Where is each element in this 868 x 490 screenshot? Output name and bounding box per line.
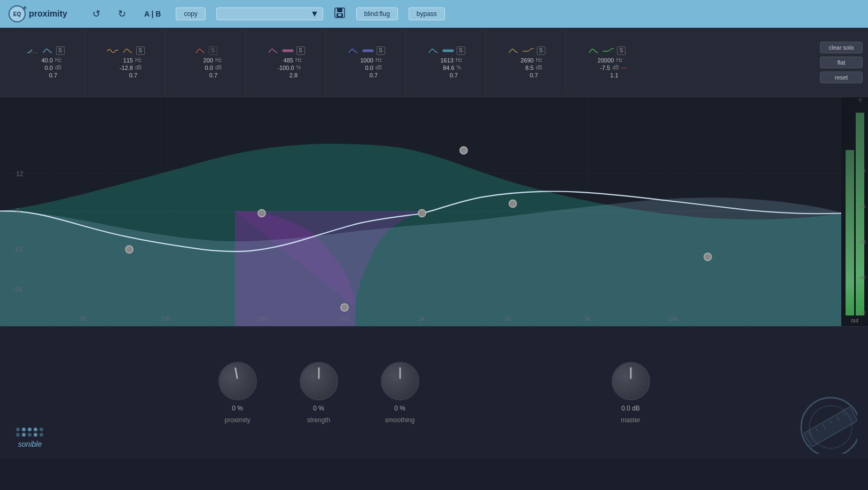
band-6-freq: Hz — [429, 57, 462, 64]
logo-area: EQ proximity — [9, 5, 67, 22]
vu-db-24: -24 — [859, 239, 866, 244]
band-8-q-input[interactable] — [595, 72, 619, 78]
band-5-freq-unit: Hz — [376, 57, 382, 63]
band-2-handle[interactable] — [126, 246, 133, 253]
proximity-knob[interactable] — [215, 359, 260, 403]
band-8-solo[interactable]: S — [617, 46, 625, 55]
band-3-q — [193, 72, 217, 78]
band-8-gain-input[interactable] — [586, 65, 610, 71]
band-1-q-input[interactable] — [33, 72, 57, 78]
svg-rect-6 — [442, 49, 453, 52]
smoothing-knob[interactable] — [381, 362, 419, 400]
svg-rect-5 — [362, 49, 373, 52]
vu-db-18: -18 — [859, 204, 866, 209]
band-1-freq-input[interactable] — [29, 57, 53, 64]
band-8-indicator: — — [621, 65, 627, 70]
band-3-q-input[interactable] — [193, 72, 217, 78]
band-5-gain-input[interactable] — [349, 65, 373, 71]
svg-rect-1 — [337, 8, 342, 12]
band-3: S Hz dB — [166, 28, 246, 97]
band-4-q-input[interactable] — [273, 72, 298, 78]
save-button[interactable] — [334, 7, 346, 21]
band-4-q — [273, 72, 298, 78]
band-5-solo[interactable]: S — [377, 46, 385, 55]
eq-curve[interactable]: 12 0 -12 -24 50 100 200 500 1k 2k 5k 10k — [0, 97, 841, 326]
band-1-gain: dB — [29, 65, 61, 71]
band-7-freq-input[interactable] — [510, 57, 534, 64]
band-6-freq-unit: Hz — [456, 57, 462, 63]
band-8-handle[interactable] — [704, 253, 711, 260]
band-6-freq-input[interactable] — [429, 57, 453, 64]
band-7-freq-unit: Hz — [536, 57, 542, 63]
reset-button[interactable]: reset — [820, 72, 863, 83]
band-5-icons: S — [347, 46, 385, 55]
band-icon-5b — [362, 46, 374, 55]
bell-icon-8a — [587, 46, 600, 55]
redo-button[interactable]: ↻ — [114, 6, 129, 21]
band-7-icons: S — [507, 46, 545, 55]
vu-bar-left[interactable] — [846, 150, 854, 315]
band-6-q-input[interactable] — [434, 72, 458, 78]
band-7-q-input[interactable] — [514, 72, 538, 78]
app-logo: EQ — [9, 5, 26, 22]
band-1-gain-input[interactable] — [29, 65, 53, 71]
dot-1 — [16, 428, 20, 431]
smoothing-label: smoothing — [385, 416, 415, 424]
band-2-freq-input[interactable] — [109, 57, 133, 64]
band-4-handle[interactable] — [341, 304, 348, 311]
dot-9 — [34, 433, 37, 437]
band-3-solo[interactable]: S — [209, 46, 217, 55]
band-3-handle[interactable] — [258, 210, 265, 217]
ruler-icon — [793, 390, 857, 454]
band-6-solo[interactable]: S — [457, 46, 465, 55]
band-7-gain-input[interactable] — [510, 65, 534, 71]
band-1-solo[interactable]: S — [56, 46, 65, 55]
band-4-solo[interactable]: S — [296, 46, 305, 55]
db-label-12: 12 — [16, 170, 24, 178]
freq-label-10k: 10k — [668, 315, 678, 322]
bell-icon-4a — [267, 46, 279, 55]
strength-knob[interactable] — [300, 362, 338, 400]
band-1-freq: Hz — [29, 57, 61, 64]
flat-button[interactable]: flat — [820, 57, 863, 68]
band-3-freq-input[interactable] — [189, 57, 213, 64]
clear-solo-button[interactable]: clear solo — [820, 42, 863, 53]
band-7-solo[interactable]: S — [537, 46, 545, 55]
band-8: S Hz dB — — [566, 28, 646, 97]
ab-button[interactable]: A | B — [140, 7, 165, 20]
band-2-freq-unit: Hz — [135, 57, 142, 63]
band-8-freq-input[interactable] — [590, 57, 614, 64]
preset-select[interactable] — [216, 7, 323, 20]
band-5-handle[interactable] — [418, 210, 426, 217]
proximity-label: proximity — [224, 416, 250, 424]
band-3-gain-unit: dB — [215, 65, 222, 70]
band-6-handle[interactable] — [509, 200, 517, 208]
master-knob[interactable] — [612, 362, 650, 400]
band-4-gain-input[interactable] — [270, 65, 294, 71]
band-2-q-input[interactable] — [113, 72, 137, 78]
band-1-freq-unit: Hz — [55, 57, 61, 63]
dot-5 — [40, 428, 43, 431]
undo-button[interactable]: ↺ — [89, 6, 104, 21]
band-2-gain-input[interactable] — [109, 65, 133, 71]
band-5-freq-input[interactable] — [349, 57, 373, 64]
blind-flug-button[interactable]: blind:flug — [356, 7, 398, 20]
band-2-solo[interactable]: S — [136, 46, 145, 55]
freq-label-5k: 5k — [584, 315, 591, 322]
bypass-button[interactable]: bypass — [409, 7, 445, 20]
band-8-icons: S — [587, 46, 625, 55]
copy-button[interactable]: copy — [176, 7, 205, 20]
band-6-handle-peak[interactable] — [460, 147, 467, 154]
svg-rect-23 — [803, 407, 857, 447]
eq-display: 24 ▼ — [0, 97, 868, 327]
svg-rect-4 — [282, 49, 293, 52]
band-3-gain: dB — [189, 65, 222, 71]
band-4-freq-input[interactable] — [269, 57, 293, 64]
band-6-gain-input[interactable] — [431, 65, 455, 71]
band-6-q — [434, 72, 458, 78]
band-5-q-input[interactable] — [354, 72, 378, 78]
band-7-freq: Hz — [510, 57, 542, 64]
band-4-gain: % — [270, 65, 301, 71]
band-icon-4b — [281, 46, 294, 55]
band-3-gain-input[interactable] — [189, 65, 213, 71]
